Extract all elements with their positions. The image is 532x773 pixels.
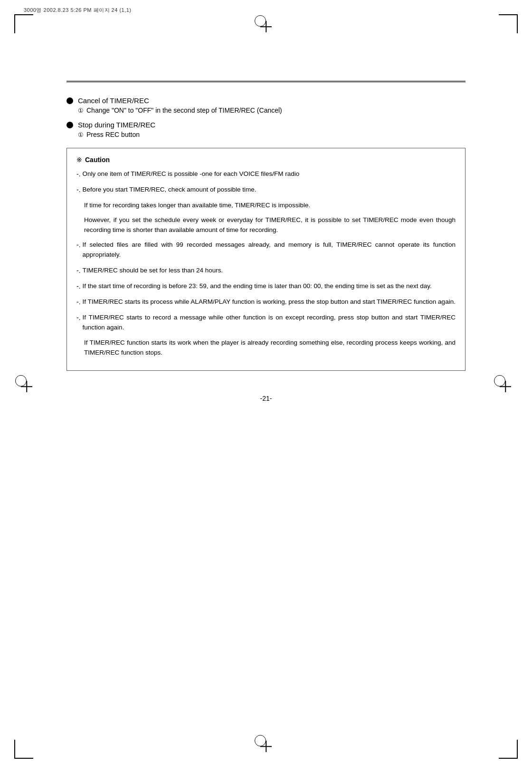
reg-mark-right xyxy=(500,381,511,392)
bullet-icon-cancel xyxy=(66,97,73,104)
caution-text-2: Before you start TIMER/REC, check amount… xyxy=(83,185,256,195)
caution-item-6: -. If TIMER/REC starts its process while… xyxy=(76,297,456,307)
section-cancel-title: Cancel of TIMER/REC xyxy=(78,97,149,105)
reg-mark-top xyxy=(260,21,272,32)
corner-mark-bottom-left xyxy=(14,740,33,759)
double-rule xyxy=(66,81,466,82)
page-number: -21- xyxy=(66,395,466,402)
caution-text-7: If TIMER/REC starts to record a message … xyxy=(83,313,456,333)
caution-text-5: If the start time of recording is before… xyxy=(83,281,432,291)
caution-item-7: -. If TIMER/REC starts to record a messa… xyxy=(76,313,456,333)
section-cancel: Cancel of TIMER/REC ① Change "ON" to "OF… xyxy=(66,97,466,114)
caution-text-6: If TIMER/REC starts its process while AL… xyxy=(83,297,456,307)
corner-mark-top-left xyxy=(14,14,33,33)
section-cancel-sub: Change "ON" to "OFF" in the second step … xyxy=(86,106,282,114)
reg-mark-bottom xyxy=(260,741,272,752)
caution-symbol: ※ xyxy=(76,156,82,164)
section-stop: Stop during TIMER/REC ① Press REC button xyxy=(66,121,466,138)
bullet-icon-stop xyxy=(66,122,73,128)
reg-mark-left xyxy=(21,381,32,392)
caution-title: Caution xyxy=(85,156,110,164)
corner-mark-bottom-right xyxy=(499,740,518,759)
caution-item-1: -. Only one item of TIMER/REC is possibl… xyxy=(76,169,456,179)
caution-text-1: Only one item of TIMER/REC is possible -… xyxy=(83,169,300,179)
caution-box: ※ Caution -. Only one item of TIMER/REC … xyxy=(66,148,466,371)
section-stop-title: Stop during TIMER/REC xyxy=(78,121,155,129)
caution-item-5: -. If the start time of recording is bef… xyxy=(76,281,456,291)
caution-item-4: -. TIMER/REC should be set for less than… xyxy=(76,266,456,276)
caution-text-3: If selected files are filled with 99 rec… xyxy=(83,240,456,260)
header-text: 3000영 2002.8.23 5:26 PM 페이지 24 (1,1) xyxy=(24,7,132,14)
caution-sub-2b: However, if you set the schedule every w… xyxy=(84,215,456,235)
circle-number-2: ① xyxy=(78,131,84,138)
caution-sub-2a: If time for recording takes longer than … xyxy=(84,201,456,211)
corner-mark-top-right xyxy=(499,14,518,33)
section-stop-sub: Press REC button xyxy=(86,131,140,138)
caution-item-2: -. Before you start TIMER/REC, check amo… xyxy=(76,185,456,195)
circle-number-1: ① xyxy=(78,107,84,114)
caution-sub-7a: If TIMER/REC function starts its work wh… xyxy=(84,338,456,358)
caution-item-3: -. If selected files are filled with 99 … xyxy=(76,240,456,260)
caution-text-4: TIMER/REC should be set for less than 24… xyxy=(83,266,223,276)
